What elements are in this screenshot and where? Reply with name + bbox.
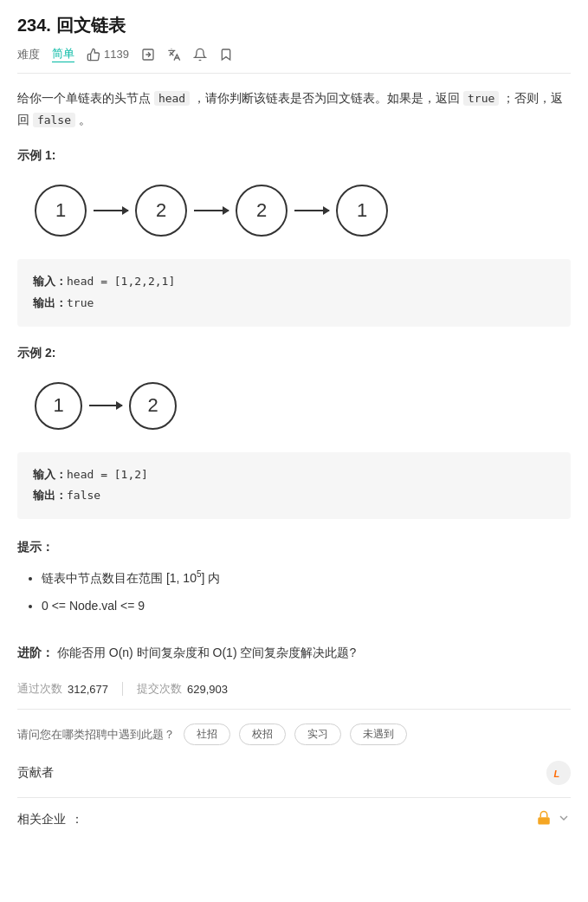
lc-logo: L	[546, 761, 571, 785]
arrow-3	[294, 210, 329, 211]
related-companies-label: 相关企业	[17, 812, 66, 827]
example1-output-label: 输出：	[33, 296, 67, 309]
svg-text:L: L	[554, 769, 560, 779]
contributors-label: 贡献者	[17, 765, 54, 781]
stats-section: 通过次数 312,677 提交次数 629,903	[17, 681, 571, 710]
recruit-tag-xiaozao[interactable]: 校招	[239, 724, 286, 745]
recruit-tag-shixi[interactable]: 实习	[294, 724, 341, 745]
chevron-down-icon[interactable]	[557, 811, 571, 827]
head-code: head	[154, 91, 190, 106]
example2-input-label: 输入：	[33, 468, 67, 481]
pass-count-label: 通过次数	[17, 681, 62, 697]
recruit-section: 请问您在哪类招聘中遇到此题？ 社招 校招 实习 未遇到	[17, 724, 571, 745]
example1-title: 示例 1:	[17, 148, 571, 164]
hint-2: 0 <= Node.val <= 9	[42, 594, 571, 618]
false-code: false	[33, 113, 75, 127]
problem-title: 234. 回文链表	[17, 14, 126, 37]
node-e2-2: 2	[129, 382, 177, 430]
submit-count-label: 提交次数	[137, 681, 182, 697]
advanced-section: 进阶： 你能否用 O(n) 时间复杂度和 O(1) 空间复杂度解决此题?	[17, 642, 571, 664]
lock-icon	[536, 810, 552, 828]
example2-output-value: false	[67, 489, 100, 502]
bookmark-icon[interactable]	[219, 48, 233, 62]
example1-input-value: head = [1,2,2,1]	[67, 275, 175, 288]
thumbs-up-icon	[87, 48, 100, 62]
pass-count-value: 312,677	[68, 683, 108, 696]
example1-section: 示例 1: 1 2 2 1 输入：head = [1,2,2,1] 输出：tru…	[17, 148, 571, 326]
meta-row: 难度 简单 1139	[17, 46, 571, 74]
pass-count-item: 通过次数 312,677	[17, 681, 108, 697]
likes-icon-group[interactable]: 1139	[87, 48, 129, 62]
advanced-label: 进阶：	[17, 646, 54, 659]
likes-count: 1139	[104, 48, 129, 61]
related-companies-section: 相关企业 ：	[17, 810, 571, 828]
difficulty-label: 难度	[17, 47, 40, 62]
recruit-tag-weiyu[interactable]: 未遇到	[350, 724, 407, 745]
node-e2-1: 1	[35, 382, 82, 430]
svg-rect-2	[538, 818, 550, 825]
translate-icon[interactable]	[167, 48, 181, 62]
node-1a: 1	[35, 185, 87, 237]
example1-input-label: 输入：	[33, 275, 67, 288]
arrow-1	[94, 210, 128, 211]
arrow-2	[194, 210, 229, 211]
arrow-e2	[89, 405, 122, 406]
bell-icon[interactable]	[193, 48, 207, 62]
example1-box: 输入：head = [1,2,2,1] 输出：true	[17, 259, 571, 326]
difficulty-tag[interactable]: 简单	[52, 46, 74, 62]
example1-output-value: true	[67, 296, 94, 309]
problem-description: 给你一个单链表的头节点 head ，请你判断该链表是否为回文链表。如果是，返回 …	[17, 88, 571, 131]
example2-input-value: head = [1,2]	[67, 468, 148, 481]
hint-1: 链表中节点数目在范围 [1, 105] 内	[42, 566, 571, 590]
example2-output-label: 输出：	[33, 489, 67, 502]
recruit-label: 请问您在哪类招聘中遇到此题？	[17, 727, 175, 743]
example2-section: 示例 2: 1 2 输入：head = [1,2] 输出：false	[17, 346, 571, 519]
node-1b: 1	[336, 185, 388, 237]
example2-title: 示例 2:	[17, 346, 571, 361]
node-2a: 2	[135, 185, 187, 237]
hints-section: 提示： 链表中节点数目在范围 [1, 105] 内 0 <= Node.val …	[17, 540, 571, 618]
example2-box: 输入：head = [1,2] 输出：false	[17, 452, 571, 519]
node-2b: 2	[236, 185, 288, 237]
hints-list: 链表中节点数目在范围 [1, 105] 内 0 <= Node.val <= 9	[17, 566, 571, 618]
recruit-tag-shezao[interactable]: 社招	[184, 724, 230, 745]
example2-diagram: 1 2	[17, 373, 571, 438]
submit-count-value: 629,903	[187, 683, 228, 696]
submit-count-item: 提交次数 629,903	[137, 681, 228, 697]
share-icon[interactable]	[141, 48, 155, 62]
hints-title: 提示：	[17, 540, 571, 555]
stat-divider	[122, 682, 123, 696]
true-code: true	[463, 91, 499, 106]
example1-diagram: 1 2 2 1	[17, 176, 571, 245]
contributors-section: 贡献者 L	[17, 761, 571, 798]
advanced-text: 你能否用 O(n) 时间复杂度和 O(1) 空间复杂度解决此题?	[57, 646, 356, 659]
related-companies-colon: ：	[71, 812, 83, 827]
